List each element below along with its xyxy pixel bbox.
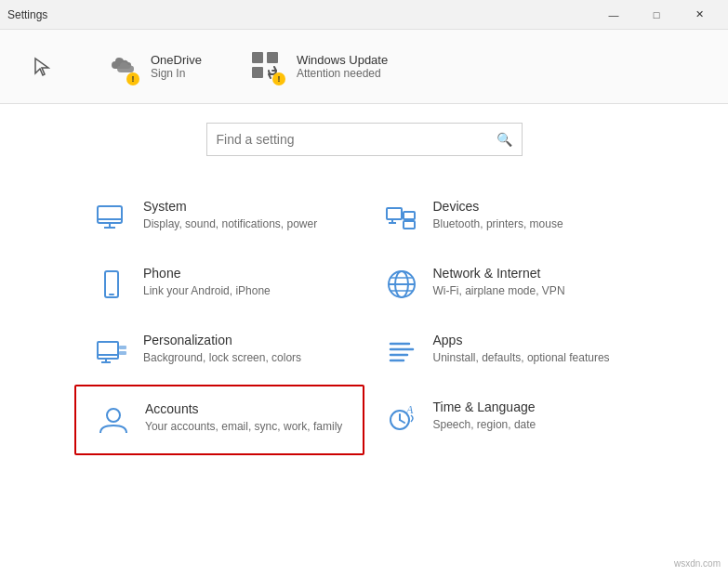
system-desc: Display, sound, notifications, power — [143, 216, 317, 232]
svg-rect-1 — [267, 52, 278, 63]
close-button[interactable]: ✕ — [678, 0, 721, 30]
devices-desc: Bluetooth, printers, mouse — [433, 216, 563, 232]
settings-item-time[interactable]: A Time & Language Speech, region, date — [364, 385, 655, 455]
accounts-text: Accounts Your accounts, email, sync, wor… — [145, 401, 342, 435]
time-desc: Speech, region, date — [433, 417, 536, 433]
network-icon-svg — [385, 268, 418, 301]
cursor-area — [28, 57, 56, 77]
onedrive-title: OneDrive — [151, 53, 202, 67]
search-box[interactable]: 🔍 — [206, 123, 523, 156]
settings-grid: System Display, sound, notifications, po… — [0, 184, 728, 455]
svg-point-29 — [107, 409, 120, 422]
search-container: 🔍 — [0, 123, 728, 156]
time-text: Time & Language Speech, region, date — [433, 399, 536, 433]
notification-bar: ! OneDrive Sign In ! Windows Update Atte… — [0, 30, 728, 104]
title-bar-controls: — □ ✕ — [592, 0, 721, 30]
onedrive-alert-badge: ! — [126, 72, 139, 85]
svg-rect-3 — [98, 206, 122, 223]
network-name: Network & Internet — [433, 266, 565, 281]
cursor-icon — [33, 57, 50, 77]
apps-icon — [383, 333, 420, 370]
settings-item-network[interactable]: Network & Internet Wi-Fi, airplane mode,… — [364, 251, 655, 318]
app-title: Settings — [7, 8, 47, 21]
time-name: Time & Language — [433, 399, 536, 414]
svg-rect-2 — [252, 67, 263, 78]
network-icon — [383, 266, 420, 303]
title-bar-left: Settings — [7, 8, 47, 21]
svg-rect-19 — [98, 342, 118, 359]
svg-rect-9 — [404, 221, 415, 229]
title-bar: Settings — □ ✕ — [0, 0, 728, 30]
phone-name: Phone — [143, 266, 271, 281]
devices-icon-svg — [385, 201, 418, 234]
settings-item-accounts[interactable]: Accounts Your accounts, email, sync, wor… — [74, 385, 364, 455]
svg-text:A: A — [405, 403, 414, 416]
settings-item-system[interactable]: System Display, sound, notifications, po… — [74, 184, 364, 251]
svg-rect-8 — [404, 212, 415, 219]
svg-rect-21 — [119, 346, 126, 349]
svg-rect-12 — [105, 271, 118, 297]
personalization-icon-svg — [95, 334, 128, 368]
system-name: System — [143, 199, 317, 214]
windows-update-title: Windows Update — [297, 53, 388, 67]
svg-rect-22 — [119, 351, 126, 355]
network-desc: Wi-Fi, airplane mode, VPN — [433, 283, 565, 299]
main-content: 🔍 System Display, sound, notifications, … — [0, 104, 728, 576]
settings-item-apps[interactable]: Apps Uninstall, defaults, optional featu… — [364, 318, 655, 385]
system-icon-svg — [95, 201, 128, 234]
windows-update-icon-wrap: ! — [248, 48, 285, 85]
phone-icon-svg — [95, 268, 128, 301]
onedrive-notification[interactable]: ! OneDrive Sign In — [102, 48, 202, 85]
maximize-button[interactable]: □ — [635, 0, 678, 30]
windows-update-text: Windows Update Attention needed — [297, 53, 388, 80]
personalization-text: Personalization Background, lock screen,… — [143, 333, 301, 366]
network-text: Network & Internet Wi-Fi, airplane mode,… — [433, 266, 565, 299]
accounts-name: Accounts — [145, 401, 342, 416]
settings-item-devices[interactable]: Devices Bluetooth, printers, mouse — [364, 184, 655, 251]
settings-item-phone[interactable]: Phone Link your Android, iPhone — [74, 251, 364, 318]
devices-icon — [383, 199, 420, 236]
personalization-desc: Background, lock screen, colors — [143, 350, 301, 366]
phone-icon — [93, 266, 130, 303]
phone-text: Phone Link your Android, iPhone — [143, 266, 271, 299]
personalization-icon — [93, 333, 130, 370]
apps-text: Apps Uninstall, defaults, optional featu… — [433, 333, 610, 366]
accounts-icon — [95, 401, 132, 439]
settings-item-personalization[interactable]: Personalization Background, lock screen,… — [74, 318, 364, 385]
system-icon — [93, 199, 130, 236]
search-icon: 🔍 — [496, 132, 512, 147]
onedrive-subtitle: Sign In — [151, 67, 202, 80]
onedrive-icon-wrap: ! — [102, 48, 139, 85]
apps-icon-svg — [385, 334, 418, 368]
devices-text: Devices Bluetooth, printers, mouse — [433, 199, 563, 232]
time-icon: A — [383, 399, 420, 437]
windows-update-notification[interactable]: ! Windows Update Attention needed — [248, 48, 388, 85]
search-input[interactable] — [217, 132, 496, 147]
phone-desc: Link your Android, iPhone — [143, 283, 271, 299]
svg-rect-7 — [387, 208, 402, 219]
onedrive-text: OneDrive Sign In — [151, 53, 202, 80]
watermark: wsxdn.com — [674, 558, 721, 569]
accounts-icon-svg — [97, 403, 130, 437]
devices-name: Devices — [433, 199, 563, 214]
svg-line-32 — [400, 420, 404, 423]
system-text: System Display, sound, notifications, po… — [143, 199, 317, 232]
apps-name: Apps — [433, 333, 610, 347]
minimize-button[interactable]: — — [592, 0, 635, 30]
apps-desc: Uninstall, defaults, optional features — [433, 350, 610, 366]
windows-update-alert-badge: ! — [272, 72, 285, 85]
accounts-desc: Your accounts, email, sync, work, family — [145, 419, 342, 435]
windows-update-subtitle: Attention needed — [297, 67, 388, 80]
personalization-name: Personalization — [143, 333, 301, 347]
time-icon-svg: A — [385, 401, 418, 435]
svg-rect-0 — [252, 52, 263, 63]
